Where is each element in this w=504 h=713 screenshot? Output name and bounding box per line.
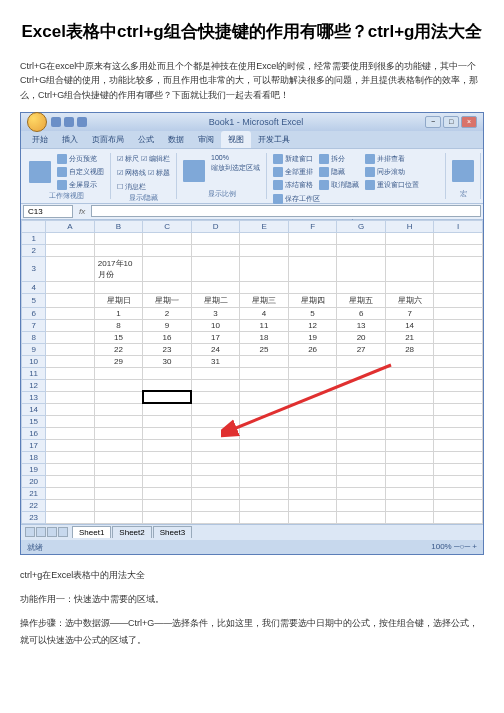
tab: 审阅 xyxy=(191,131,221,148)
ribbon-tabs: 开始 插入 页面布局 公式 数据 审阅 视图 开发工具 xyxy=(21,131,483,148)
tab: 数据 xyxy=(161,131,191,148)
worksheet: ABCDEFGHI 1 2 32017年10月份 4 5星期日星期一星期二星期三… xyxy=(21,220,483,524)
tab: 公式 xyxy=(131,131,161,148)
sheet-tabs: Sheet1 Sheet2 Sheet3 xyxy=(21,524,483,540)
intro-text: Ctrl+G在excel中原来有这么多用处而且个个都是神技在使用Excel的时候… xyxy=(20,59,484,102)
name-box: C13 xyxy=(23,205,73,218)
minimize-icon: − xyxy=(425,116,441,128)
ribbon: 分页预览 自定义视图 全屏显示 工作簿视图 ☑标尺 ☑编辑栏 ☑网格线 ☑标题 … xyxy=(21,148,483,204)
tab: 开始 xyxy=(25,131,55,148)
fx-icon: fx xyxy=(73,207,91,216)
icon xyxy=(319,154,329,164)
maximize-icon: □ xyxy=(443,116,459,128)
icon xyxy=(273,167,283,177)
titlebar: Book1 - Microsoft Excel −□× xyxy=(21,113,483,131)
window-title: Book1 - Microsoft Excel xyxy=(209,117,304,127)
icon xyxy=(273,194,283,204)
icon xyxy=(273,154,283,164)
body-text: 操作步骤：选中数据源——Ctrl+G——选择条件，比如这里，我们需要选中日期中的… xyxy=(20,615,484,647)
icon xyxy=(57,167,67,177)
normal-view-icon xyxy=(29,161,51,183)
icon xyxy=(273,180,283,190)
formula-input xyxy=(91,205,481,217)
macro-icon xyxy=(452,160,474,182)
tab: 插入 xyxy=(55,131,85,148)
sheet-tab: Sheet2 xyxy=(112,526,151,538)
nav-last-icon xyxy=(58,527,68,537)
excel-screenshot: Book1 - Microsoft Excel −□× 开始 插入 页面布局 公… xyxy=(20,112,484,555)
sheet-tab: Sheet3 xyxy=(153,526,192,538)
selected-cell xyxy=(143,391,192,403)
body-text: ctrl+g在Excel表格中的用法大全 xyxy=(20,567,484,583)
office-button-icon xyxy=(27,112,47,132)
sheet-tab: Sheet1 xyxy=(72,526,111,538)
icon xyxy=(57,180,67,190)
quick-access-toolbar xyxy=(51,117,87,127)
close-icon: × xyxy=(461,116,477,128)
icon xyxy=(365,180,375,190)
tab: 页面布局 xyxy=(85,131,131,148)
page-title: Excel表格中ctrl+g组合快捷键的作用有哪些？ctrl+g用法大全 xyxy=(20,20,484,44)
window-controls: −□× xyxy=(425,116,477,128)
icon xyxy=(57,154,67,164)
zoom-icon xyxy=(183,160,205,182)
nav-prev-icon xyxy=(36,527,46,537)
nav-first-icon xyxy=(25,527,35,537)
tab: 开发工具 xyxy=(251,131,297,148)
icon xyxy=(365,167,375,177)
icon xyxy=(319,167,329,177)
nav-next-icon xyxy=(47,527,57,537)
icon xyxy=(365,154,375,164)
status-bar: 就绪 100% ─○─ + xyxy=(21,540,483,554)
tab-active: 视图 xyxy=(221,131,251,148)
icon xyxy=(319,180,329,190)
body-text: 功能作用一：快速选中需要的区域。 xyxy=(20,591,484,607)
